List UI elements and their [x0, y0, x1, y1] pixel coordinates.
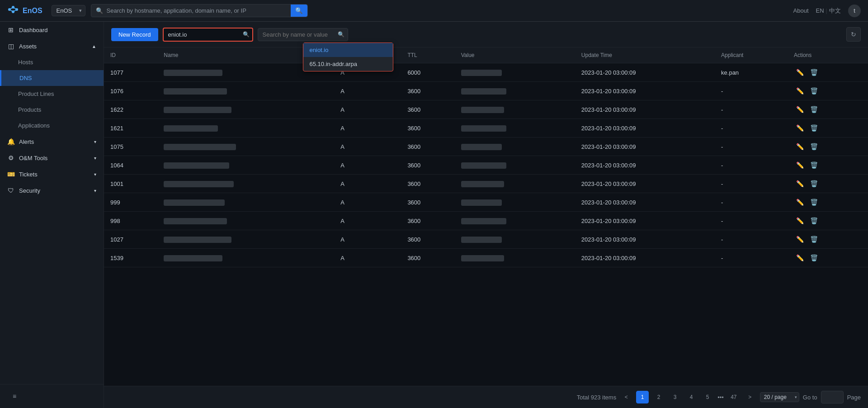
delete-button[interactable]: 🗑️ [808, 105, 820, 114]
sidebar-item-om-tools[interactable]: ⚙ O&M Tools ▾ [0, 150, 104, 166]
avatar[interactable]: t [848, 5, 861, 17]
cell-name [157, 100, 334, 119]
cell-type: A [334, 138, 401, 156]
cell-value [455, 193, 575, 212]
topbar: EnOS EnOS 🔍 🔍 About EN | 中文 t [0, 0, 868, 22]
table-row: 1077 A 6000 2023-01-20 03:00:09 ke.pan ✏… [104, 63, 868, 82]
cell-id: 999 [104, 193, 157, 212]
edit-button[interactable]: ✏️ [794, 235, 806, 244]
edit-button[interactable]: ✏️ [794, 216, 806, 225]
table-row: 1075 A 3600 2023-01-20 03:00:09 - ✏️ 🗑️ [104, 138, 868, 156]
cell-update-time: 2023-01-20 03:00:09 [575, 138, 715, 156]
cell-update-time: 2023-01-20 03:00:09 [575, 249, 715, 267]
global-search-input[interactable] [107, 7, 287, 14]
cell-name [157, 249, 334, 267]
delete-button[interactable]: 🗑️ [808, 253, 820, 262]
cell-type: A [334, 82, 401, 100]
delete-button[interactable]: 🗑️ [808, 198, 820, 207]
sidebar-item-hosts[interactable]: Hosts [0, 54, 104, 70]
name-search-input[interactable] [258, 28, 348, 41]
sidebar-item-assets[interactable]: ◫ Assets ▲ [0, 38, 104, 54]
name-search-icon: 🔍 [338, 31, 344, 38]
cell-type: A [334, 119, 401, 138]
page-btn-3[interactable]: 3 [669, 391, 681, 403]
lang-en[interactable]: EN [816, 7, 824, 14]
cell-update-time: 2023-01-20 03:00:09 [575, 63, 715, 82]
edit-button[interactable]: ✏️ [794, 198, 806, 207]
logo-icon [7, 5, 20, 16]
edit-button[interactable]: ✏️ [794, 253, 806, 262]
delete-button[interactable]: 🗑️ [808, 235, 820, 244]
dropdown-item-0[interactable]: eniot.io [303, 43, 393, 57]
page-next-button[interactable]: > [744, 391, 756, 403]
sidebar-menu-toggle[interactable]: ≡ [4, 388, 100, 404]
delete-button[interactable]: 🗑️ [808, 161, 820, 170]
edit-button[interactable]: ✏️ [794, 179, 806, 188]
cell-ttl: 6000 [401, 63, 454, 82]
delete-button[interactable]: 🗑️ [808, 142, 820, 151]
page-btn-1[interactable]: 1 [636, 391, 649, 403]
cell-applicant: - [715, 138, 788, 156]
refresh-button[interactable]: ↻ [846, 27, 861, 42]
lang-zh[interactable]: 中文 [829, 7, 841, 15]
table-footer: Total 923 items < 1 2 3 4 5 ••• 47 > 20 … [104, 386, 868, 408]
sidebar-item-applications[interactable]: Applications [0, 118, 104, 133]
edit-button[interactable]: ✏️ [794, 86, 806, 95]
env-select[interactable]: EnOS [52, 5, 85, 16]
assets-arrow-icon: ▲ [92, 44, 96, 49]
edit-button[interactable]: ✏️ [794, 68, 806, 77]
delete-button[interactable]: 🗑️ [808, 179, 820, 188]
cell-ttl: 3600 [401, 156, 454, 175]
sidebar-item-product-lines[interactable]: Product Lines [0, 86, 104, 102]
cell-applicant: - [715, 175, 788, 193]
global-search-bar: 🔍 🔍 [91, 4, 308, 17]
cell-applicant: - [715, 249, 788, 267]
cell-name [157, 175, 334, 193]
cell-ttl: 3600 [401, 230, 454, 249]
env-selector-wrapper[interactable]: EnOS [52, 5, 85, 16]
delete-button[interactable]: 🗑️ [808, 86, 820, 95]
cell-name [157, 82, 334, 100]
global-search-button[interactable]: 🔍 [291, 5, 307, 17]
page-btn-2[interactable]: 2 [652, 391, 665, 403]
delete-button[interactable]: 🗑️ [808, 68, 820, 77]
sidebar-item-dns[interactable]: DNS [0, 70, 104, 86]
cell-actions: ✏️ 🗑️ [788, 193, 868, 212]
edit-button[interactable]: ✏️ [794, 123, 806, 133]
tickets-arrow-icon: ▾ [94, 172, 96, 177]
om-tools-arrow-icon: ▾ [94, 156, 96, 161]
page-prev-button[interactable]: < [620, 391, 632, 403]
table-wrapper: ID Name Type ▼ TTL Value Update Time App… [104, 47, 868, 386]
new-record-button[interactable]: New Record [111, 28, 158, 41]
cell-update-time: 2023-01-20 03:00:09 [575, 175, 715, 193]
delete-button[interactable]: 🗑️ [808, 123, 820, 133]
dropdown-item-1[interactable]: 65.10.in-addr.arpa [303, 57, 393, 71]
edit-button[interactable]: ✏️ [794, 105, 806, 114]
sidebar-item-products[interactable]: Products [0, 102, 104, 118]
per-page-select[interactable]: 20 / page 50 / page 100 / page [760, 392, 799, 402]
sidebar-item-dashboard[interactable]: ⊞ Dashboard [0, 22, 104, 38]
dns-table: ID Name Type ▼ TTL Value Update Time App… [104, 47, 868, 267]
sidebar-item-security[interactable]: 🛡 Security ▾ [0, 182, 104, 199]
goto-input[interactable] [821, 391, 844, 403]
delete-button[interactable]: 🗑️ [808, 216, 820, 225]
table-row: 1064 A 3600 2023-01-20 03:00:09 - ✏️ 🗑️ [104, 156, 868, 175]
cell-name [157, 230, 334, 249]
cell-ttl: 3600 [401, 119, 454, 138]
domain-search-icon[interactable]: 🔍 [243, 31, 250, 38]
domain-search-input[interactable] [163, 28, 253, 42]
edit-button[interactable]: ✏️ [794, 142, 806, 151]
page-btn-5[interactable]: 5 [701, 391, 714, 403]
sidebar-item-alerts[interactable]: 🔔 Alerts ▾ [0, 133, 104, 150]
sidebar-item-tickets[interactable]: 🎫 Tickets ▾ [0, 166, 104, 182]
per-page-wrapper: 20 / page 50 / page 100 / page [760, 392, 799, 402]
sidebar-item-label-tickets: Tickets [19, 171, 38, 178]
edit-button[interactable]: ✏️ [794, 161, 806, 170]
page-btn-47[interactable]: 47 [727, 391, 740, 403]
about-link[interactable]: About [793, 7, 809, 14]
sidebar-item-label-applications: Applications [18, 122, 50, 129]
cell-id: 1075 [104, 138, 157, 156]
page-btn-4[interactable]: 4 [685, 391, 698, 403]
cell-name [157, 156, 334, 175]
cell-value [455, 212, 575, 230]
